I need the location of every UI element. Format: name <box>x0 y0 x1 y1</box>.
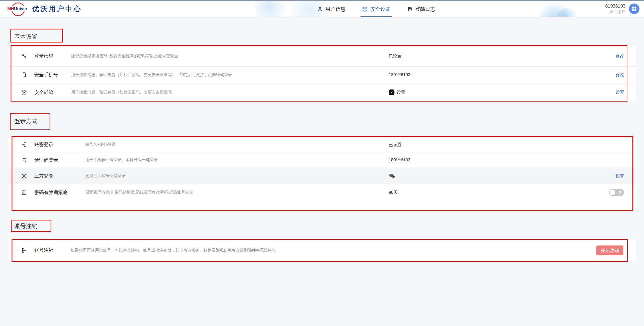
row-description: 用于接收消息、验证身份（如找回密码、变更安全设置等） <box>71 90 176 95</box>
row-value <box>389 173 395 179</box>
main-nav: 用户信息 安全设置 登陆日志 <box>317 1 435 17</box>
security-box-icon <box>362 6 368 12</box>
header-circle-decoration <box>538 2 571 17</box>
row-label: 安全邮箱 <box>34 89 71 96</box>
account-cancellation-card: 账号注销 如果您不再使用此账号，可以将其注销。账号成功注销后，其下所有服务、数据… <box>8 239 636 261</box>
logo-text: MHUniver <box>7 6 27 11</box>
row-description: 支持三方账号快速登录 <box>85 173 126 179</box>
logo-ring-icon: MHUniver <box>10 3 25 15</box>
row-label: 三方登录 <box>34 173 85 179</box>
row-label: 密码有效期策略 <box>34 189 85 196</box>
login-icon <box>21 142 27 148</box>
phone-icon <box>21 72 27 78</box>
row-value: 已设置 <box>389 53 401 59</box>
section-title-login-methods: 登录方式 <box>14 117 37 125</box>
user-account-text: 61936193 企业用户 <box>605 3 625 15</box>
row-label: 安全手机号 <box>34 72 71 78</box>
row-account-cancellation: 账号注销 如果您不再使用此账号，可以将其注销。账号成功注销后，其下所有服务、数据… <box>8 239 636 261</box>
logs-icon <box>407 6 413 12</box>
row-value: ✕ 设置 <box>389 89 405 95</box>
tab-user-info[interactable]: 用户信息 <box>317 1 345 17</box>
header-circle-decoration <box>556 8 579 17</box>
avatar[interactable] <box>629 4 639 14</box>
basic-settings-card: 登录密码 建议您定期更换密码, 设置安全性高的密码可以是账号更安全 已设置 修改… <box>8 46 636 101</box>
tab-label: 安全设置 <box>370 6 390 13</box>
header-wave-decoration <box>254 0 292 17</box>
tab-label: 用户信息 <box>325 6 345 13</box>
mail-icon <box>21 89 27 96</box>
row-description: 用于接收消息、验证身份（如找回密码、变更安全设置等），绑定后可支持手机验证码登录 <box>71 72 232 78</box>
user-icon <box>317 6 323 12</box>
section-title-basic-settings: 基本设置 <box>14 33 37 41</box>
row-description: 如果您不再使用此账号，可以将其注销。账号成功注销后，其下所有服务、数据及隐私信息… <box>71 248 276 253</box>
row-verification-code-login: 验证码登录 用于手机验证码登录、本机号码一键登录 180***6193 <box>8 152 636 168</box>
login-methods-card: 账密登录 账号名+密码登录 已设置 验证码登录 用于手机验证码登录、本机号码一键… <box>8 137 636 211</box>
toggle-knob <box>610 190 615 195</box>
security-settings-page: MHUniver 优沃用户中心 用户信息 安全设置 <box>0 0 644 326</box>
password-expiry-toggle[interactable]: 关 <box>609 189 624 196</box>
row-value-text: 设置 <box>397 89 405 95</box>
account-id: 61936193 <box>605 3 625 9</box>
not-set-x-icon: ✕ <box>389 89 394 95</box>
row-description: 账号名+密码登录 <box>85 142 116 147</box>
wechat-icon <box>389 173 395 179</box>
row-password-expiry-policy: 密码有效期策略 设置密码有效期,密码过期后,系统提示修改密码,提高账号安全 90… <box>8 184 636 201</box>
row-security-email: 安全邮箱 用于接收消息、验证身份（如找回密码、变更安全设置等） ✕ 设置 设置 <box>8 83 636 101</box>
logout-icon <box>21 247 27 253</box>
row-third-party-login: 三方登录 支持三方账号快速登录 设置 <box>8 168 636 184</box>
modify-phone-link[interactable]: 修改 <box>616 72 624 78</box>
set-third-party-link[interactable]: 设置 <box>616 173 624 179</box>
top-header: MHUniver 优沃用户中心 用户信息 安全设置 <box>0 0 644 17</box>
sms-bubble-icon <box>21 157 27 163</box>
row-label: 账密登录 <box>34 141 85 148</box>
section-title-account-cancellation: 账号注销 <box>14 222 37 230</box>
page-title: 优沃用户中心 <box>32 4 82 13</box>
row-label: 登录密码 <box>34 53 71 59</box>
row-value: 180***6193 <box>389 158 410 163</box>
user-account-area[interactable]: 61936193 企业用户 <box>605 1 639 17</box>
start-cancellation-button[interactable]: 开始注销 <box>596 246 623 255</box>
set-email-link[interactable]: 设置 <box>616 89 624 95</box>
tab-security-settings[interactable]: 安全设置 <box>362 1 390 17</box>
row-security-phone: 安全手机号 用于接收消息、验证身份（如找回密码、变更安全设置等），绑定后可支持手… <box>8 66 636 83</box>
row-value: 180***6193 <box>389 72 410 77</box>
row-description: 用于手机验证码登录、本机号码一键登录 <box>85 157 158 163</box>
calendar-icon <box>21 190 27 196</box>
avatar-grid-icon <box>631 6 637 12</box>
toggle-off-label: 关 <box>618 190 622 195</box>
brand-logo[interactable]: MHUniver 优沃用户中心 <box>10 1 82 17</box>
row-value: 已设置 <box>389 142 401 148</box>
modify-password-link[interactable]: 修改 <box>616 53 624 59</box>
share-nodes-icon <box>21 173 27 179</box>
row-value: 90天 <box>389 190 398 195</box>
account-type: 企业用户 <box>605 9 625 15</box>
row-account-password-login: 账密登录 账号名+密码登录 已设置 <box>8 137 636 152</box>
row-description: 设置密码有效期,密码过期后,系统提示修改密码,提高账号安全 <box>85 190 193 195</box>
row-description: 建议您定期更换密码, 设置安全性高的密码可以是账号更安全 <box>71 54 178 59</box>
row-login-password: 登录密码 建议您定期更换密码, 设置安全性高的密码可以是账号更安全 已设置 修改 <box>8 46 636 66</box>
key-icon <box>21 53 27 59</box>
row-label: 验证码登录 <box>34 157 85 163</box>
row-label: 账号注销 <box>34 247 71 254</box>
tab-label: 登陆日志 <box>415 6 435 13</box>
tab-login-logs[interactable]: 登陆日志 <box>407 1 435 17</box>
